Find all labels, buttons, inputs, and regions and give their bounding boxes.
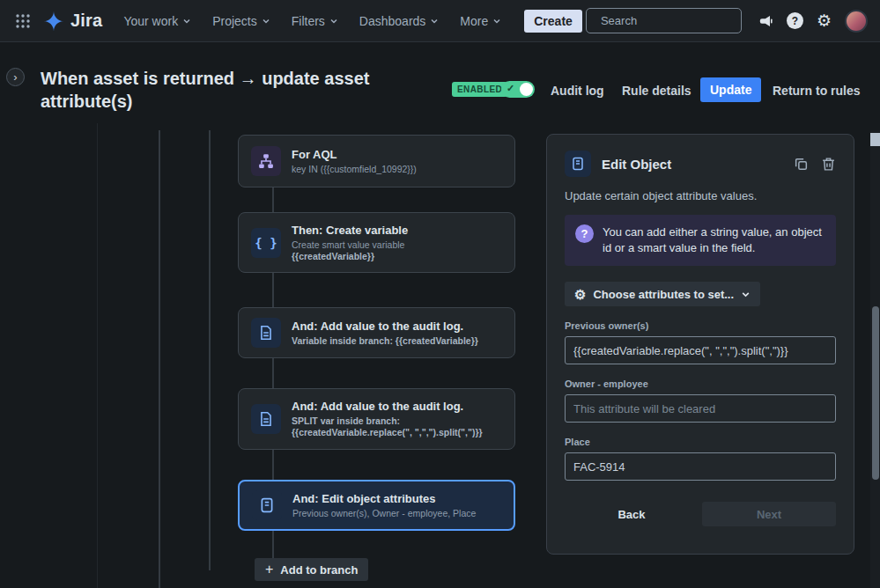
app-switcher-icon[interactable] [11,9,35,33]
help-icon[interactable]: ? [787,12,803,29]
add-to-branch-label: Add to branch [280,563,358,577]
node-title: For AQL [292,148,417,161]
object-icon [565,151,591,177]
node-connector [272,273,274,307]
nav-item-projects[interactable]: Projects [212,14,270,28]
nav-item-filters[interactable]: Filters [292,14,338,28]
node-subtitle: SPLIT var inside branch: {{createdVariab… [292,415,502,438]
gear-icon: ⚙ [817,12,832,29]
chevron-down-icon [262,17,270,26]
nav-item-label: Dashboards [359,14,426,28]
audit-log-link[interactable]: Audit log [551,84,604,98]
back-button[interactable]: Back [565,502,699,526]
branch-line-inner [209,130,211,570]
nav-item-label: Projects [212,14,257,28]
update-button[interactable]: Update [700,77,761,102]
grid-dots-icon [15,13,31,29]
node-subtitle: Variable inside branch: {{createdVariabl… [292,335,478,347]
scrollbar-top-button[interactable] [870,133,880,146]
place-input[interactable] [565,452,836,481]
owner-employee-input[interactable] [565,394,836,423]
node-subtitle: Create smart value variable [292,239,408,251]
top-navbar: Jira Your work Projects Filters Dashboar… [0,0,880,42]
rule-node-for-aql[interactable]: For AQL key IN ({{customfield_10992}}) [238,135,515,187]
chevron-down-icon [741,290,751,299]
node-connector [272,531,274,559]
panel-title: Edit Object [602,157,783,172]
chevron-down-icon [492,17,501,26]
object-icon [252,490,282,520]
next-button[interactable]: Next [702,502,836,526]
node-text: And: Edit object attributes Previous own… [292,492,476,519]
add-to-branch-button[interactable]: + Add to branch [255,558,368,581]
global-search[interactable] [586,8,742,33]
check-icon: ✓ [507,83,514,94]
copy-icon [794,157,809,172]
rule-enabled-toggle[interactable]: ✓ [501,81,535,98]
gear-icon: ⚙ [574,288,586,301]
expand-sidebar-button[interactable]: › [6,68,25,86]
node-text: Then: Create variable Create smart value… [292,224,408,262]
braces-icon: { } [251,228,281,258]
panel-footer: Back Next [565,502,836,526]
rule-details-link[interactable]: Rule details [622,84,691,98]
info-message: ? You can add either a string value, an … [565,215,836,266]
rule-node-edit-object[interactable]: And: Edit object attributes Previous own… [238,480,515,531]
node-subtitle: Previous owner(s), Owner - employee, Pla… [292,508,476,519]
rule-node-audit-log-2[interactable]: And: Add value to the audit log. SPLIT v… [238,388,515,450]
question-mark-icon: ? [787,12,803,29]
edit-object-panel: Edit Object Update certain object attrib… [546,134,854,555]
node-connector [272,187,274,212]
field-label: Owner - employee [565,379,836,389]
previous-owners-input[interactable] [565,336,836,364]
settings-icon[interactable]: ⚙ [817,12,832,29]
navbar-right-icons: ? ⚙ [758,10,868,33]
scrollbar-thumb[interactable] [872,306,879,480]
node-title: And: Add value to the audit log. [292,320,478,333]
nav-item-more[interactable]: More [460,14,501,28]
jira-automation-editor: Jira Your work Projects Filters Dashboar… [0,0,880,588]
search-input[interactable] [601,14,756,27]
nav-item-label: Your work [123,14,178,28]
choose-attributes-button[interactable]: ⚙ Choose attributes to set... [565,282,760,306]
rule-node-create-variable[interactable]: { } Then: Create variable Create smart v… [238,212,515,273]
panel-header: Edit Object [565,151,836,177]
announcement-icon[interactable] [758,13,773,29]
node-connector [272,358,274,388]
file-icon [251,404,281,434]
node-title: And: Add value to the audit log. [292,400,502,413]
nav-item-label: More [460,14,488,28]
node-connector [272,450,274,480]
node-subtitle-value: {{createdVariable}} [292,251,408,262]
panel-description: Update certain object attribute values. [565,189,836,202]
node-title: Then: Create variable [292,224,408,237]
field-label: Place [565,437,836,447]
info-message-text: You can add either a string value, an ob… [603,224,825,256]
nav-item-dashboards[interactable]: Dashboards [359,14,440,28]
create-button[interactable]: Create [524,10,582,33]
field-previous-owners: Previous owner(s) [565,320,836,364]
jira-logo-text: Jira [70,11,102,31]
question-mark-icon: ? [575,224,594,243]
user-avatar[interactable] [845,10,868,33]
nav-item-your-work[interactable]: Your work [123,14,191,28]
choose-attributes-label: Choose attributes to set... [593,288,734,301]
chevron-down-icon [329,17,338,26]
megaphone-icon [758,13,773,29]
trash-icon [821,157,836,172]
chevron-down-icon [430,17,439,26]
enabled-badge: ENABLED [452,82,507,97]
rule-title: When asset is returned → update asset at… [41,67,437,113]
return-to-rules-link[interactable]: Return to rules [773,84,861,98]
primary-nav: Your work Projects Filters Dashboards Mo… [123,14,501,28]
nav-item-label: Filters [292,14,325,28]
delete-component-button[interactable] [821,157,836,172]
node-text: And: Add value to the audit log. SPLIT v… [292,400,502,438]
rule-node-audit-log-1[interactable]: And: Add value to the audit log. Variabl… [238,307,515,358]
node-text: And: Add value to the audit log. Variabl… [292,320,478,347]
branch-icon [251,146,281,176]
node-subtitle: key IN ({{customfield_10992}}) [292,164,417,175]
jira-logo[interactable]: Jira [42,10,102,33]
branch-line-outer [159,130,160,588]
duplicate-component-button[interactable] [794,157,809,172]
